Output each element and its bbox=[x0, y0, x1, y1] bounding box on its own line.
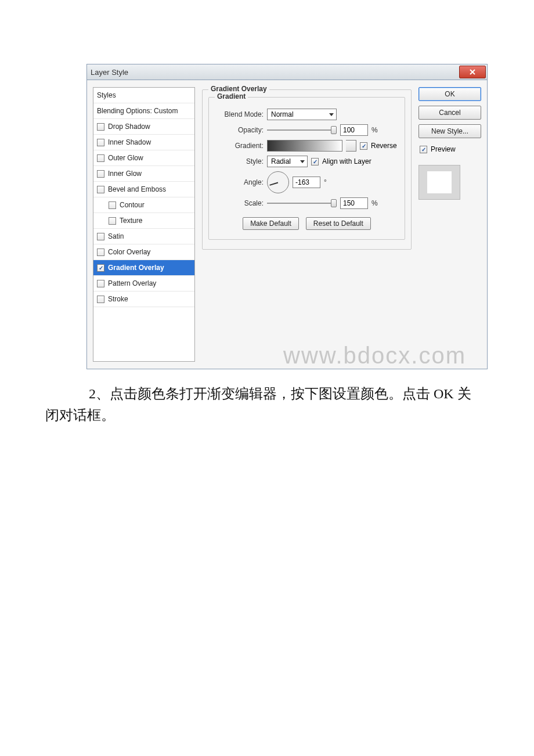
cancel-button[interactable]: Cancel bbox=[418, 106, 481, 120]
style-drop-shadow[interactable]: Drop Shadow bbox=[93, 119, 194, 135]
style-stroke[interactable]: Stroke bbox=[93, 291, 194, 307]
blend-mode-row: Blend Mode: Normal bbox=[215, 109, 399, 120]
angle-unit: ° bbox=[324, 178, 327, 186]
style-gradient-overlay[interactable]: Gradient Overlay bbox=[93, 260, 194, 276]
chevron-down-icon bbox=[329, 113, 334, 116]
style-row: Style: Radial Align with Layer bbox=[215, 156, 399, 167]
style-texture[interactable]: Texture bbox=[93, 213, 194, 229]
opacity-unit: % bbox=[371, 126, 378, 134]
watermark-text: www.bdocx.com bbox=[283, 343, 466, 369]
chevron-down-icon bbox=[300, 160, 305, 163]
caption-text: 2、点击颜色条打开渐变编辑器，按下图设置颜色。点击 OK 关 闭对话框。 bbox=[45, 383, 484, 426]
gradient-label: Gradient: bbox=[215, 142, 264, 150]
scale-label: Scale: bbox=[215, 199, 264, 207]
scale-row: Scale: 150 % bbox=[215, 197, 399, 209]
style-color-overlay[interactable]: Color Overlay bbox=[93, 244, 194, 260]
gradient-row: Gradient: Reverse bbox=[215, 140, 399, 152]
opacity-row: Opacity: 100 % bbox=[215, 124, 399, 136]
scale-unit: % bbox=[371, 199, 378, 207]
dialog-body: Styles Blending Options: Custom Drop Sha… bbox=[86, 80, 488, 369]
preview-checkbox[interactable] bbox=[420, 146, 427, 153]
angle-input[interactable]: -163 bbox=[293, 177, 320, 188]
checkbox-icon[interactable] bbox=[97, 139, 104, 146]
gradient-swatch[interactable] bbox=[267, 140, 342, 152]
align-checkbox[interactable] bbox=[311, 158, 319, 165]
slider-thumb-icon[interactable] bbox=[331, 199, 337, 207]
style-contour[interactable]: Contour bbox=[93, 197, 194, 213]
right-buttons: OK Cancel New Style... Preview bbox=[418, 87, 481, 362]
slider-thumb-icon[interactable] bbox=[331, 126, 337, 134]
ok-button[interactable]: OK bbox=[418, 87, 481, 101]
gradient-overlay-group: Gradient Overlay Gradient Blend Mode: No… bbox=[202, 89, 412, 250]
gradient-title: Gradient bbox=[215, 92, 248, 100]
style-inner-shadow[interactable]: Inner Shadow bbox=[93, 135, 194, 150]
style-inner-glow[interactable]: Inner Glow bbox=[93, 166, 194, 182]
angle-label: Angle: bbox=[215, 178, 264, 186]
styles-header[interactable]: Styles bbox=[93, 88, 194, 103]
preview-label: Preview bbox=[431, 145, 456, 153]
checkbox-icon[interactable] bbox=[97, 249, 104, 256]
styles-list: Styles Blending Options: Custom Drop Sha… bbox=[93, 87, 195, 362]
preview-toggle[interactable]: Preview bbox=[418, 143, 481, 156]
new-style-button[interactable]: New Style... bbox=[418, 124, 481, 138]
make-default-button[interactable]: Make Default bbox=[243, 217, 299, 230]
checkbox-icon[interactable] bbox=[109, 217, 116, 225]
style-satin[interactable]: Satin bbox=[93, 229, 194, 244]
close-icon bbox=[469, 69, 476, 75]
style-label: Style: bbox=[215, 157, 264, 165]
opacity-label: Opacity: bbox=[215, 126, 264, 134]
reverse-checkbox[interactable] bbox=[360, 142, 367, 150]
opacity-slider[interactable] bbox=[267, 125, 337, 135]
gradient-picker-dropdown[interactable] bbox=[346, 140, 356, 152]
blend-mode-label: Blend Mode: bbox=[215, 110, 264, 118]
checkbox-icon[interactable] bbox=[97, 280, 104, 287]
reset-default-button[interactable]: Reset to Default bbox=[306, 217, 371, 230]
checkbox-icon[interactable] bbox=[109, 201, 116, 209]
checkbox-icon[interactable] bbox=[97, 264, 104, 272]
blend-mode-dropdown[interactable]: Normal bbox=[267, 109, 337, 120]
checkbox-icon[interactable] bbox=[97, 186, 104, 193]
default-buttons: Make Default Reset to Default bbox=[215, 217, 399, 230]
gradient-group: Gradient Blend Mode: Normal Opacity: bbox=[208, 97, 405, 240]
checkbox-icon[interactable] bbox=[97, 233, 104, 240]
blending-options-row[interactable]: Blending Options: Custom bbox=[93, 103, 194, 119]
style-pattern-overlay[interactable]: Pattern Overlay bbox=[93, 276, 194, 291]
style-outer-glow[interactable]: Outer Glow bbox=[93, 150, 194, 166]
settings-panel: Gradient Overlay Gradient Blend Mode: No… bbox=[202, 87, 412, 362]
layer-style-dialog: Layer Style Styles Blending Options: Cus… bbox=[86, 64, 488, 369]
dialog-title: Layer Style bbox=[91, 68, 128, 77]
checkbox-icon[interactable] bbox=[97, 154, 104, 162]
scale-input[interactable]: 150 bbox=[340, 197, 368, 209]
scale-slider[interactable] bbox=[267, 198, 337, 208]
align-label: Align with Layer bbox=[322, 157, 371, 165]
checkbox-icon[interactable] bbox=[97, 123, 104, 131]
reverse-label: Reverse bbox=[371, 142, 397, 150]
group-title: Gradient Overlay bbox=[208, 85, 269, 93]
checkbox-icon[interactable] bbox=[97, 296, 104, 303]
style-dropdown[interactable]: Radial bbox=[267, 156, 308, 167]
opacity-input[interactable]: 100 bbox=[340, 124, 368, 136]
close-button[interactable] bbox=[459, 66, 486, 78]
preview-swatch bbox=[418, 165, 460, 200]
style-bevel-emboss[interactable]: Bevel and Emboss bbox=[93, 182, 194, 197]
titlebar[interactable]: Layer Style bbox=[86, 64, 488, 80]
angle-dial[interactable] bbox=[267, 171, 289, 193]
checkbox-icon[interactable] bbox=[97, 170, 104, 178]
angle-row: Angle: -163 ° bbox=[215, 171, 399, 193]
